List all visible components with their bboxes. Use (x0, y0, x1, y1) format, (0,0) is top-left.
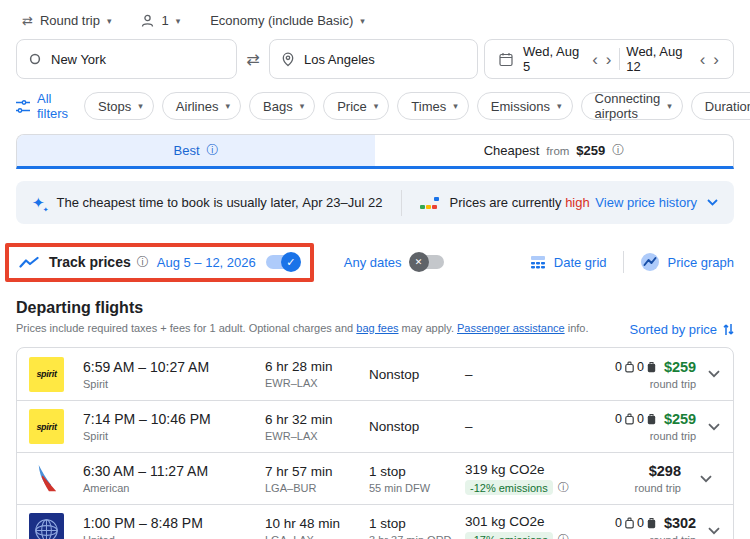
filter-chip-emissions[interactable]: Emissions▾ (477, 92, 573, 120)
passenger-assistance-link[interactable]: Passenger assistance (457, 322, 565, 334)
trip-options-bar: ⇄ Round trip ▾ 1 ▾ Economy (include Basi… (0, 0, 750, 32)
info-icon[interactable]: ⓘ (207, 142, 219, 159)
chip-label: Bags (263, 99, 293, 114)
view-price-history-button[interactable]: View price history (595, 195, 718, 210)
filter-chip-duration[interactable]: Duration▾ (691, 92, 750, 120)
chevron-down-icon: ▾ (557, 101, 562, 111)
chevron-down-icon: ▾ (374, 101, 379, 111)
info-icon[interactable]: ⓘ (558, 532, 569, 539)
annotation-red-box: Track prices ⓘ Aug 5 – 12, 2026 ✓ (5, 243, 314, 282)
chip-label: Airlines (176, 99, 219, 114)
checked-bag-icon (647, 517, 656, 529)
depart-prev-day-button[interactable]: ‹ (588, 51, 602, 68)
sorted-by-price-button[interactable]: Sorted by price (630, 322, 734, 337)
price-graph-label: Price graph (668, 255, 734, 270)
flight-row[interactable]: spirit 6:59 AM – 10:27 AMSpirit 6 hr 28 … (17, 348, 733, 400)
chevron-down-icon: ▾ (667, 101, 672, 111)
chip-label: Connecting airports (595, 91, 661, 121)
spirit-logo: spirit (29, 357, 64, 392)
tab-cheapest[interactable]: Cheapest from $259 ⓘ (375, 135, 733, 166)
track-line-chart-icon (19, 256, 39, 269)
chevron-down-icon: ▾ (453, 101, 458, 111)
return-next-day-button[interactable]: › (709, 51, 723, 68)
sort-icon (723, 323, 734, 336)
any-dates-toggle[interactable]: ✕ (412, 255, 444, 269)
view-price-history-label: View price history (595, 195, 697, 210)
disclaimer-text: info. (568, 322, 589, 334)
filter-chip-airlines[interactable]: Airlines▾ (162, 92, 241, 120)
cabin-class-dropdown[interactable]: Economy (include Basic) ▾ (210, 13, 365, 28)
passenger-icon (141, 14, 154, 28)
flight-row[interactable]: spirit 7:14 PM – 10:46 PMSpirit 6 hr 32 … (17, 400, 733, 452)
expand-chevron-icon[interactable] (706, 527, 721, 535)
page-title: Departing flights (16, 299, 734, 317)
price-note: round trip (615, 430, 696, 442)
filter-chip-times[interactable]: Times▾ (397, 92, 468, 120)
chip-label: Stops (98, 99, 131, 114)
flight-row[interactable]: 1:00 PM – 8:48 PMUnited 10 hr 48 minLGA–… (17, 504, 733, 539)
tab-best[interactable]: Best ⓘ (17, 135, 375, 166)
price-insights-banner: ✦✦ The cheapest time to book is usually … (16, 181, 734, 224)
divider (623, 251, 624, 273)
passengers-dropdown[interactable]: 1 ▾ (141, 13, 180, 28)
swap-airports-icon[interactable]: ⇄ (246, 50, 259, 69)
dates-input[interactable]: Wed, Aug 5 ‹ › Wed, Aug 12 ‹ › (484, 39, 734, 79)
carry-on-count: 0 (615, 412, 622, 426)
price-level-text: Prices are currently (450, 195, 562, 210)
divider (401, 190, 402, 216)
chevron-down-icon: ▾ (176, 16, 181, 26)
filter-bar: All filters Stops▾ Airlines▾ Bags▾ Price… (0, 79, 750, 121)
chip-label: Emissions (491, 99, 550, 114)
track-prices-toggle[interactable]: ✓ (266, 255, 298, 269)
origin-input[interactable]: New York (16, 39, 237, 79)
checked-bag-count: 0 (637, 412, 644, 426)
carry-on-count: 0 (615, 360, 622, 374)
track-date-range: Aug 5 – 12, 2026 (157, 255, 256, 270)
price-note: round trip (615, 534, 696, 539)
american-airlines-logo (29, 461, 64, 496)
date-grid-label: Date grid (554, 255, 607, 270)
expand-chevron-icon[interactable] (691, 475, 721, 483)
expand-chevron-icon[interactable] (706, 370, 721, 378)
filter-chip-stops[interactable]: Stops▾ (84, 92, 154, 120)
price-graph-button[interactable]: Price graph (640, 252, 734, 272)
info-icon[interactable]: ⓘ (558, 480, 569, 495)
any-dates-label: Any dates (344, 255, 402, 270)
united-logo (29, 513, 64, 539)
origin-value: New York (51, 52, 106, 67)
info-icon[interactable]: ⓘ (137, 254, 149, 271)
depart-next-day-button[interactable]: › (602, 51, 616, 68)
booking-tip-text: The cheapest time to book is usually lat… (57, 195, 299, 210)
filter-chip-bags[interactable]: Bags▾ (249, 92, 315, 120)
date-grid-button[interactable]: Date grid (530, 255, 607, 270)
flight-times: 6:59 AM – 10:27 AM (83, 359, 265, 375)
track-prices-row: Track prices ⓘ Aug 5 – 12, 2026 ✓ Any da… (16, 239, 734, 285)
filter-chip-price[interactable]: Price▾ (323, 92, 389, 120)
flight-duration: 6 hr 28 min (265, 359, 369, 374)
carry-on-bag-icon (625, 361, 634, 373)
flight-times: 6:30 AM – 11:27 AM (83, 463, 265, 479)
all-filters-button[interactable]: All filters (16, 91, 68, 121)
chevron-down-icon (707, 199, 718, 206)
bag-fees-link[interactable]: bag fees (356, 322, 398, 334)
return-prev-day-button[interactable]: ‹ (696, 51, 710, 68)
chip-label: Duration (705, 99, 750, 114)
search-row: New York ⇄ Los Angeles Wed, Aug 5 ‹ › We… (0, 32, 750, 79)
filter-chip-connecting-airports[interactable]: Connecting airports▾ (581, 92, 683, 120)
baggage-allowance: 0 0 (615, 412, 656, 426)
flight-duration: 10 hr 48 min (265, 516, 369, 531)
flight-stops: 1 stop (369, 516, 465, 531)
info-icon[interactable]: ⓘ (612, 142, 624, 159)
carry-on-count: 0 (615, 516, 622, 530)
track-prices-label: Track prices (49, 254, 131, 270)
price-gauge-icon (420, 197, 440, 209)
cabin-class-label: Economy (include Basic) (210, 13, 353, 28)
depart-date-value: Wed, Aug 5 (523, 44, 580, 74)
tab-cheapest-from: from (546, 145, 569, 157)
emissions-badge: -17% emissions (465, 532, 553, 539)
destination-input[interactable]: Los Angeles (269, 39, 478, 79)
destination-value: Los Angeles (304, 52, 375, 67)
expand-chevron-icon[interactable] (706, 423, 721, 431)
flight-row[interactable]: 6:30 AM – 11:27 AMAmerican 7 hr 57 minLG… (17, 452, 733, 504)
trip-type-dropdown[interactable]: ⇄ Round trip ▾ (22, 13, 111, 28)
